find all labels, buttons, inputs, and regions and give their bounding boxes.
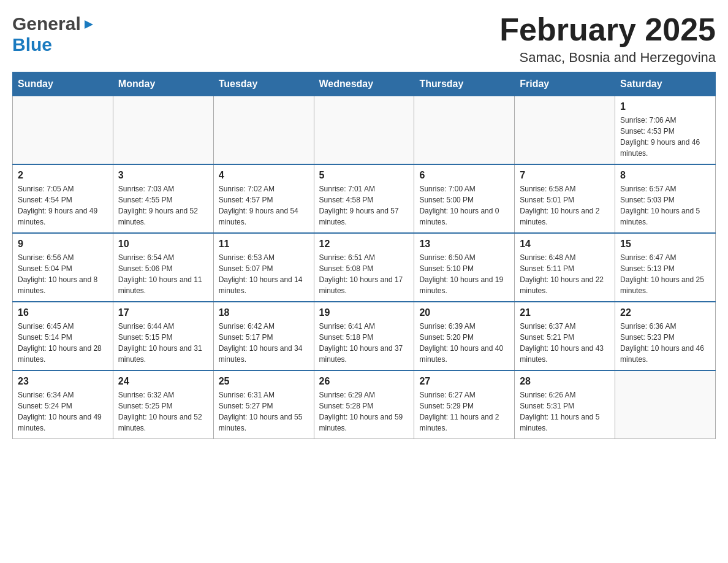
calendar-day-cell: 20Sunrise: 6:39 AM Sunset: 5:20 PM Dayli…: [414, 302, 515, 370]
logo-arrow-icon: [82, 18, 96, 31]
day-number: 18: [219, 307, 309, 318]
day-info: Sunrise: 7:01 AM Sunset: 4:58 PM Dayligh…: [319, 183, 409, 228]
day-number: 24: [118, 376, 208, 387]
day-number: 27: [419, 376, 509, 387]
day-number: 20: [419, 307, 509, 318]
day-number: 23: [18, 376, 108, 387]
day-info: Sunrise: 7:06 AM Sunset: 4:53 PM Dayligh…: [620, 115, 710, 159]
month-year-title: February 2025: [499, 12, 716, 47]
calendar-day-cell: 6Sunrise: 7:00 AM Sunset: 5:00 PM Daylig…: [414, 164, 515, 233]
calendar-day-cell: 5Sunrise: 7:01 AM Sunset: 4:58 PM Daylig…: [314, 164, 414, 233]
calendar-day-cell: 23Sunrise: 6:34 AM Sunset: 5:24 PM Dayli…: [13, 370, 113, 439]
calendar-day-cell: 4Sunrise: 7:02 AM Sunset: 4:57 PM Daylig…: [213, 164, 314, 233]
day-number: 25: [219, 376, 309, 387]
day-number: 8: [620, 170, 710, 181]
day-number: 16: [18, 307, 108, 318]
col-monday: Monday: [113, 72, 213, 96]
day-number: 17: [118, 307, 208, 318]
day-info: Sunrise: 6:51 AM Sunset: 5:08 PM Dayligh…: [319, 252, 409, 296]
day-number: 12: [319, 239, 409, 250]
calendar-day-cell: [113, 96, 213, 165]
calendar-day-cell: 9Sunrise: 6:56 AM Sunset: 5:04 PM Daylig…: [13, 233, 113, 302]
calendar-day-cell: 22Sunrise: 6:36 AM Sunset: 5:23 PM Dayli…: [615, 302, 716, 370]
page-header: General Blue February 2025 Samac, Bosnia…: [12, 12, 716, 66]
col-wednesday: Wednesday: [314, 72, 414, 96]
day-number: 15: [620, 239, 710, 250]
calendar-table: Sunday Monday Tuesday Wednesday Thursday…: [12, 72, 716, 439]
calendar-day-cell: 24Sunrise: 6:32 AM Sunset: 5:25 PM Dayli…: [113, 370, 213, 439]
day-info: Sunrise: 7:02 AM Sunset: 4:57 PM Dayligh…: [219, 183, 309, 228]
day-info: Sunrise: 6:27 AM Sunset: 5:29 PM Dayligh…: [419, 389, 509, 434]
calendar-day-cell: 1Sunrise: 7:06 AM Sunset: 4:53 PM Daylig…: [615, 96, 716, 165]
calendar-day-cell: 10Sunrise: 6:54 AM Sunset: 5:06 PM Dayli…: [113, 233, 213, 302]
calendar-day-cell: 3Sunrise: 7:03 AM Sunset: 4:55 PM Daylig…: [113, 164, 213, 233]
col-saturday: Saturday: [615, 72, 716, 96]
day-info: Sunrise: 6:56 AM Sunset: 5:04 PM Dayligh…: [18, 252, 108, 296]
day-info: Sunrise: 7:00 AM Sunset: 5:00 PM Dayligh…: [419, 183, 509, 228]
svg-marker-0: [85, 20, 93, 29]
day-number: 1: [620, 101, 710, 112]
day-info: Sunrise: 6:57 AM Sunset: 5:03 PM Dayligh…: [620, 183, 710, 228]
day-number: 6: [419, 170, 509, 181]
calendar-week-row: 2Sunrise: 7:05 AM Sunset: 4:54 PM Daylig…: [13, 164, 716, 233]
col-thursday: Thursday: [414, 72, 515, 96]
calendar-day-cell: 7Sunrise: 6:58 AM Sunset: 5:01 PM Daylig…: [515, 164, 615, 233]
col-sunday: Sunday: [13, 72, 113, 96]
calendar-day-cell: 13Sunrise: 6:50 AM Sunset: 5:10 PM Dayli…: [414, 233, 515, 302]
calendar-week-row: 1Sunrise: 7:06 AM Sunset: 4:53 PM Daylig…: [13, 96, 716, 165]
calendar-day-cell: 16Sunrise: 6:45 AM Sunset: 5:14 PM Dayli…: [13, 302, 113, 370]
day-number: 26: [319, 376, 409, 387]
title-area: February 2025 Samac, Bosnia and Herzegov…: [499, 12, 716, 66]
calendar-header-row: Sunday Monday Tuesday Wednesday Thursday…: [13, 72, 716, 96]
calendar-day-cell: [414, 96, 515, 165]
day-number: 13: [419, 239, 509, 250]
calendar-day-cell: 8Sunrise: 6:57 AM Sunset: 5:03 PM Daylig…: [615, 164, 716, 233]
calendar-week-row: 23Sunrise: 6:34 AM Sunset: 5:24 PM Dayli…: [13, 370, 716, 439]
logo-line2: Blue: [12, 34, 96, 55]
day-info: Sunrise: 6:26 AM Sunset: 5:31 PM Dayligh…: [520, 389, 610, 434]
day-info: Sunrise: 6:44 AM Sunset: 5:15 PM Dayligh…: [118, 321, 208, 365]
calendar-day-cell: 14Sunrise: 6:48 AM Sunset: 5:11 PM Dayli…: [515, 233, 615, 302]
logo-line1: General: [12, 13, 96, 34]
day-info: Sunrise: 6:39 AM Sunset: 5:20 PM Dayligh…: [419, 321, 509, 365]
day-info: Sunrise: 6:53 AM Sunset: 5:07 PM Dayligh…: [219, 252, 309, 296]
day-info: Sunrise: 6:36 AM Sunset: 5:23 PM Dayligh…: [620, 321, 710, 365]
calendar-day-cell: [515, 96, 615, 165]
day-info: Sunrise: 6:54 AM Sunset: 5:06 PM Dayligh…: [118, 252, 208, 296]
day-number: 10: [118, 239, 208, 250]
calendar-day-cell: [13, 96, 113, 165]
calendar-week-row: 16Sunrise: 6:45 AM Sunset: 5:14 PM Dayli…: [13, 302, 716, 370]
day-info: Sunrise: 6:42 AM Sunset: 5:17 PM Dayligh…: [219, 321, 309, 365]
day-number: 22: [620, 307, 710, 318]
calendar-day-cell: 18Sunrise: 6:42 AM Sunset: 5:17 PM Dayli…: [213, 302, 314, 370]
day-info: Sunrise: 6:58 AM Sunset: 5:01 PM Dayligh…: [520, 183, 610, 228]
day-info: Sunrise: 6:48 AM Sunset: 5:11 PM Dayligh…: [520, 252, 610, 296]
calendar-day-cell: 19Sunrise: 6:41 AM Sunset: 5:18 PM Dayli…: [314, 302, 414, 370]
day-number: 21: [520, 307, 610, 318]
location-subtitle: Samac, Bosnia and Herzegovina: [499, 50, 716, 66]
day-number: 5: [319, 170, 409, 181]
day-info: Sunrise: 6:31 AM Sunset: 5:27 PM Dayligh…: [219, 389, 309, 434]
calendar-day-cell: 15Sunrise: 6:47 AM Sunset: 5:13 PM Dayli…: [615, 233, 716, 302]
calendar-day-cell: 26Sunrise: 6:29 AM Sunset: 5:28 PM Dayli…: [314, 370, 414, 439]
calendar-day-cell: 28Sunrise: 6:26 AM Sunset: 5:31 PM Dayli…: [515, 370, 615, 439]
calendar-day-cell: [213, 96, 314, 165]
day-info: Sunrise: 6:45 AM Sunset: 5:14 PM Dayligh…: [18, 321, 108, 365]
calendar-week-row: 9Sunrise: 6:56 AM Sunset: 5:04 PM Daylig…: [13, 233, 716, 302]
day-info: Sunrise: 6:41 AM Sunset: 5:18 PM Dayligh…: [319, 321, 409, 365]
day-info: Sunrise: 6:32 AM Sunset: 5:25 PM Dayligh…: [118, 389, 208, 434]
calendar-day-cell: 17Sunrise: 6:44 AM Sunset: 5:15 PM Dayli…: [113, 302, 213, 370]
day-number: 14: [520, 239, 610, 250]
day-info: Sunrise: 6:47 AM Sunset: 5:13 PM Dayligh…: [620, 252, 710, 296]
day-number: 9: [18, 239, 108, 250]
calendar-day-cell: 2Sunrise: 7:05 AM Sunset: 4:54 PM Daylig…: [13, 164, 113, 233]
calendar-day-cell: [615, 370, 716, 439]
day-info: Sunrise: 6:34 AM Sunset: 5:24 PM Dayligh…: [18, 389, 108, 434]
logo: General Blue: [12, 13, 96, 55]
col-tuesday: Tuesday: [213, 72, 314, 96]
calendar-day-cell: 11Sunrise: 6:53 AM Sunset: 5:07 PM Dayli…: [213, 233, 314, 302]
day-info: Sunrise: 7:03 AM Sunset: 4:55 PM Dayligh…: [118, 183, 208, 228]
day-info: Sunrise: 6:50 AM Sunset: 5:10 PM Dayligh…: [419, 252, 509, 296]
logo-blue-text: Blue: [12, 34, 52, 55]
day-info: Sunrise: 6:37 AM Sunset: 5:21 PM Dayligh…: [520, 321, 610, 365]
